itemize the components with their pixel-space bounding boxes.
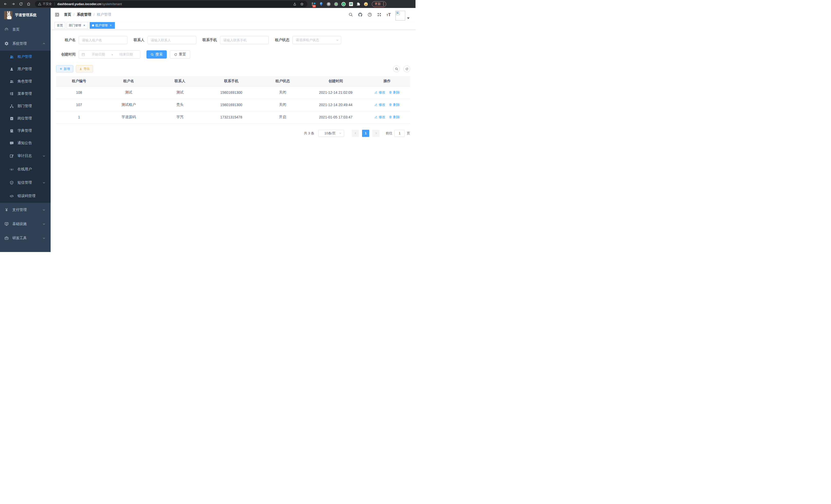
reset-button[interactable]: 重置 xyxy=(170,50,190,59)
ext-pin-icon[interactable] xyxy=(319,2,323,6)
calendar-icon xyxy=(82,53,85,56)
user-avatar-menu[interactable] xyxy=(396,9,409,21)
add-button[interactable]: 新增 xyxy=(56,65,73,72)
ext-dot-icon[interactable] xyxy=(334,2,338,6)
breadcrumb-item[interactable]: 首页 xyxy=(64,12,71,17)
ext-command-icon[interactable]: ⌘ xyxy=(326,2,331,6)
delete-button[interactable]: 删除 xyxy=(389,90,400,95)
sidebar-item-通知公告[interactable]: 通知公告 xyxy=(0,137,51,149)
sidebar-item-在线用户[interactable]: 在线用户 xyxy=(0,162,51,176)
reset-button-label: 重置 xyxy=(179,52,186,57)
delete-button[interactable]: 删除 xyxy=(389,115,400,119)
close-icon[interactable]: × xyxy=(109,24,113,27)
edit-button[interactable]: 修改 xyxy=(374,90,385,95)
edit-button[interactable]: 修改 xyxy=(374,115,385,119)
close-icon[interactable]: × xyxy=(83,24,86,27)
not-secure-warning-icon[interactable] xyxy=(38,2,41,6)
mobile-input[interactable] xyxy=(220,36,269,44)
sidebar-item-研发工具[interactable]: 研发工具 xyxy=(0,231,51,245)
cell-mobile: 17321315478 xyxy=(205,111,258,123)
collapse-sidebar-icon[interactable] xyxy=(55,12,60,17)
ext-chat-icon[interactable] xyxy=(349,2,353,6)
cell-created: 2021-12-14 20:49:44 xyxy=(307,99,364,111)
toggle-search-button[interactable] xyxy=(393,65,400,72)
kebab-menu-icon[interactable] xyxy=(382,2,384,6)
sidebar-item-角色管理[interactable]: 角色管理 xyxy=(0,75,51,88)
prev-page-button[interactable] xyxy=(352,130,359,137)
sidebar-item-错误码管理[interactable]: 错误码管理 xyxy=(0,189,51,203)
breadcrumb-item[interactable]: 系统管理 xyxy=(77,12,91,17)
tab-租户管理[interactable]: 租户管理× xyxy=(90,22,115,29)
search-button-label: 搜索 xyxy=(155,52,163,57)
avatar-broken-image[interactable] xyxy=(396,11,405,21)
create-time-label: 创建时间 xyxy=(60,52,76,57)
sidebar-item-岗位管理[interactable]: 岗位管理 xyxy=(0,112,51,125)
sidebar-item-基础设施[interactable]: 基础设施 xyxy=(0,217,51,231)
reload-icon[interactable] xyxy=(18,1,24,7)
sidebar-item-审计日志[interactable]: 审计日志 xyxy=(0,149,51,162)
back-icon[interactable] xyxy=(3,1,8,7)
delete-button[interactable]: 删除 xyxy=(389,102,400,107)
filter-contact: 联系人 xyxy=(134,36,196,44)
filter-mobile: 联系手机 xyxy=(202,36,269,44)
sidebar-item-短信管理[interactable]: 短信管理 xyxy=(0,176,51,189)
edit-button[interactable]: 修改 xyxy=(374,102,385,107)
ext-emoji-icon[interactable] xyxy=(364,2,368,6)
sidebar-item-系统管理[interactable]: 系统管理 xyxy=(0,36,51,51)
sidebar-item-支付管理[interactable]: 支付管理 xyxy=(0,203,51,217)
page-size-select[interactable]: 10条/页 xyxy=(318,130,344,137)
status-select[interactable]: 请选择租户状态 xyxy=(292,36,341,44)
table-head: 租户编号租户名联系人联系手机租户状态创建时间操作 xyxy=(56,76,410,86)
avatar-caret-icon[interactable] xyxy=(407,18,409,19)
refresh-button[interactable] xyxy=(403,65,410,72)
header-actions: TT xyxy=(348,9,409,21)
filter-status: 租户状态 请选择租户状态 xyxy=(275,36,341,44)
chrome-update-button[interactable]: 更新 xyxy=(372,1,386,7)
chevron-down-icon xyxy=(42,154,46,157)
sidebar-item-菜单管理[interactable]: 菜单管理 xyxy=(0,88,51,100)
current-page[interactable]: 1 xyxy=(362,130,369,137)
sidebar-item-label: 短信管理 xyxy=(18,180,32,185)
cell-status: 关闭 xyxy=(258,99,307,111)
filter-row-1: 租户名 联系人 联系手机 租户状态 请选择租户状态 xyxy=(56,36,410,44)
export-button[interactable]: 导出 xyxy=(76,65,93,72)
tab-部门管理[interactable]: 部门管理× xyxy=(66,22,88,29)
goto-page-input[interactable] xyxy=(395,130,405,137)
sidebar-item-部门管理[interactable]: 部门管理 xyxy=(0,100,51,112)
github-icon[interactable] xyxy=(358,12,363,17)
share-icon[interactable] xyxy=(292,2,297,6)
app-logo[interactable]: 芋道管理系统 xyxy=(0,8,51,22)
sidebar-item-字典管理[interactable]: 字典管理 xyxy=(0,125,51,137)
sidebar-item-用户管理[interactable]: 用户管理 xyxy=(0,63,51,75)
chevron-down-icon xyxy=(339,132,342,135)
date-range-picker[interactable]: 开始日期 - 结束日期 xyxy=(79,50,140,59)
user-icon xyxy=(9,67,14,71)
address-bar[interactable]: 不安全 dashboard.yudao.iocoder.cn /system/t… xyxy=(35,1,307,7)
start-date-placeholder: 开始日期 xyxy=(87,52,110,57)
help-icon[interactable] xyxy=(368,12,372,17)
home-icon[interactable] xyxy=(26,1,31,7)
ext-squares-diamond-icon[interactable]: 10 xyxy=(311,2,316,6)
ext-y-icon[interactable]: Y xyxy=(341,2,346,6)
contact-input[interactable] xyxy=(147,36,196,44)
bookmark-star-icon[interactable] xyxy=(299,2,304,6)
cell-contact: 测试 xyxy=(155,86,205,99)
app-title: 芋道管理系统 xyxy=(15,13,36,18)
font-size-icon[interactable]: TT xyxy=(386,12,391,17)
tab-首页[interactable]: 首页 xyxy=(55,22,65,29)
ext-puzzle-icon[interactable] xyxy=(356,2,361,6)
sidebar-item-首页[interactable]: 首页 xyxy=(0,22,51,36)
chevron-down-icon xyxy=(42,223,46,226)
next-page-button[interactable] xyxy=(372,130,379,137)
search-icon[interactable] xyxy=(348,12,353,17)
sidebar-item-租户管理[interactable]: 租户管理 xyxy=(0,51,51,63)
delete-button-label: 删除 xyxy=(393,90,400,95)
fullscreen-icon[interactable] xyxy=(377,12,382,17)
cell-contact: 芋艿 xyxy=(155,111,205,123)
forward-icon[interactable] xyxy=(10,1,16,7)
table-row: 108测试测试15601691300关闭2021-12-14 21:02:09修… xyxy=(56,86,410,99)
tags-view-bar: 首页部门管理×租户管理× xyxy=(51,21,416,30)
app-frame: 芋道管理系统 首页系统管理租户管理用户管理角色管理菜单管理部门管理岗位管理字典管… xyxy=(0,8,416,252)
tenant-name-input[interactable] xyxy=(79,36,127,44)
search-button[interactable]: 搜索 xyxy=(146,50,167,59)
